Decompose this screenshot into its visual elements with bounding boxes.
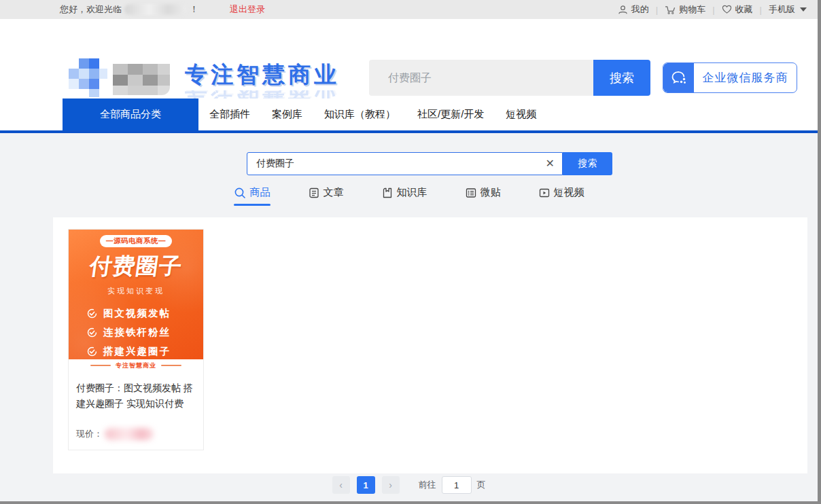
result-tabs: 商品 文章 知识库 — [0, 186, 818, 206]
greeting-suffix: ！ — [190, 3, 198, 16]
results-panel: —源码电商系统— 付费圈子 实现知识变现 图文视频发帖 — [53, 217, 807, 473]
goto-page: 前往 页 — [419, 476, 486, 494]
site-header: 专注智慧商业 专注智慧商业 搜索 企业微信服务商 — [0, 19, 818, 98]
book-icon — [382, 187, 393, 198]
clear-icon[interactable]: ✕ — [546, 158, 555, 170]
product-title: 付费圈子：图文视频发帖 搭建兴趣圈子 实现知识付费 — [69, 372, 203, 412]
slogan-text: 专注智慧商业 — [185, 60, 362, 90]
mobile-version-menu[interactable]: 手机版 — [769, 3, 807, 16]
header-search-input[interactable] — [369, 60, 593, 96]
feature-item: 图文视频发帖 — [69, 304, 203, 323]
feature-item: 搭建兴趣圈子 — [69, 342, 203, 359]
tab-posts[interactable]: 微贴 — [466, 186, 501, 206]
cart-label: 购物车 — [679, 3, 705, 16]
search-button[interactable]: 搜索 — [563, 152, 612, 175]
my-account-link[interactable]: 我的 — [618, 3, 649, 16]
prev-page-button[interactable]: ‹ — [332, 476, 350, 494]
footer-line — [161, 365, 181, 366]
logout-link[interactable]: 退出登录 — [230, 3, 265, 16]
next-page-button[interactable]: › — [382, 476, 400, 494]
greeting: 您好，欢迎光临 ！ — [60, 3, 198, 16]
tab-videos[interactable]: 短视频 — [539, 186, 584, 206]
wecom-service-button[interactable]: 企业微信服务商 — [663, 62, 797, 93]
feature-text: 连接铁杆粉丝 — [103, 326, 171, 339]
divider: | — [656, 5, 658, 15]
favorites-link[interactable]: 收藏 — [722, 3, 753, 16]
product-image: —源码电商系统— 付费圈子 实现知识变现 图文视频发帖 — [69, 230, 203, 359]
wecom-button-label: 企业微信服务商 — [694, 70, 797, 86]
divider: | — [760, 5, 762, 15]
caret-down-icon — [800, 7, 807, 12]
product-price-row: 现价： — [69, 428, 203, 450]
search-box: ✕ — [247, 152, 563, 175]
nav-items: 全部插件 案例库 知识库（教程） 社区/更新/开发 短视频 — [209, 98, 536, 130]
footer-text: 专注智慧商业 — [116, 361, 156, 370]
search-icon — [234, 187, 246, 199]
price-label: 现价： — [76, 428, 103, 440]
image-title: 付费圈子 — [69, 251, 203, 282]
main-nav: 全部商品分类 全部插件 案例库 知识库（教程） 社区/更新/开发 短视频 — [0, 98, 818, 130]
tab-goods-label: 商品 — [250, 186, 270, 199]
user-icon — [618, 5, 628, 15]
tab-articles-label: 文章 — [324, 186, 344, 199]
nav-item-videos[interactable]: 短视频 — [506, 108, 536, 121]
goto-page-input[interactable] — [442, 476, 472, 494]
greeting-prefix: 您好，欢迎光临 — [60, 3, 122, 16]
mobile-version-label: 手机版 — [769, 3, 795, 16]
goto-label: 前往 — [419, 479, 436, 491]
check-circle-icon — [87, 308, 97, 319]
feature-item: 连接铁杆粉丝 — [69, 323, 203, 342]
tab-videos-label: 短视频 — [554, 186, 584, 199]
nav-accent-line — [0, 130, 818, 133]
search-input[interactable] — [247, 152, 563, 175]
footer-line — [90, 365, 111, 366]
divider: | — [712, 5, 714, 15]
nav-item-cases[interactable]: 案例库 — [272, 108, 302, 121]
list-icon — [466, 187, 476, 198]
pagination: ‹ 1 › 前往 页 — [0, 476, 818, 494]
check-circle-icon — [87, 327, 97, 338]
current-page-button[interactable]: 1 — [357, 476, 375, 494]
site-logo-pixelated[interactable] — [68, 58, 171, 98]
article-icon — [309, 187, 319, 198]
video-icon — [539, 187, 550, 198]
image-footer: 专注智慧商业 — [69, 359, 203, 372]
cart-icon — [665, 5, 676, 15]
wecom-icon — [663, 63, 694, 92]
product-card[interactable]: —源码电商系统— 付费圈子 实现知识变现 图文视频发帖 — [68, 229, 204, 450]
feature-text: 图文视频发帖 — [103, 307, 171, 320]
tab-posts-label: 微贴 — [481, 186, 501, 199]
nav-all-categories[interactable]: 全部商品分类 — [63, 98, 198, 130]
topbar: 您好，欢迎光临 ！ 退出登录 我的 | 购物车 | — [0, 0, 818, 19]
image-feature-list: 图文视频发帖 连接铁杆粉丝 搭建兴趣圈子 — [69, 304, 203, 359]
tab-articles[interactable]: 文章 — [309, 186, 344, 206]
check-circle-icon — [87, 346, 97, 357]
nav-item-community[interactable]: 社区/更新/开发 — [417, 108, 484, 121]
image-subtitle: 实现知识变现 — [69, 286, 203, 296]
image-badge: —源码电商系统— — [100, 235, 172, 247]
page-unit-label: 页 — [477, 479, 486, 491]
cart-link[interactable]: 购物车 — [665, 3, 705, 16]
tab-knowledge-label: 知识库 — [397, 186, 427, 199]
tab-goods[interactable]: 商品 — [234, 186, 270, 206]
browser-window: 您好，欢迎光临 ！ 退出登录 我的 | 购物车 | — [0, 0, 821, 504]
tab-knowledge[interactable]: 知识库 — [382, 186, 427, 206]
nav-item-plugins[interactable]: 全部插件 — [209, 108, 250, 121]
heart-icon — [722, 5, 732, 14]
header-search-button[interactable]: 搜索 — [593, 60, 650, 96]
favorites-label: 收藏 — [735, 3, 753, 16]
topbar-links: 我的 | 购物车 | 收藏 | 手机版 — [618, 3, 807, 16]
feature-text: 搭建兴趣圈子 — [103, 345, 171, 358]
search-section: ✕ 搜索 — [247, 152, 612, 175]
redacted-price — [105, 428, 154, 440]
my-account-label: 我的 — [631, 3, 649, 16]
redacted-username — [124, 4, 187, 15]
nav-item-knowledge[interactable]: 知识库（教程） — [324, 108, 396, 121]
